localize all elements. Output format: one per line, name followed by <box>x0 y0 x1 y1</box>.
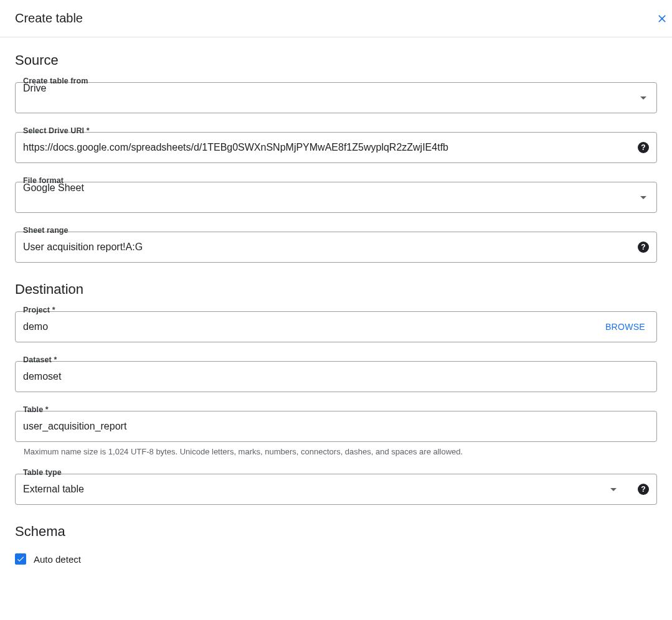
help-icon[interactable]: ? <box>638 142 649 153</box>
sheet-range-box: ? <box>15 232 657 263</box>
dataset-box <box>15 361 657 392</box>
help-icon[interactable]: ? <box>638 484 649 495</box>
table-field: Table * <box>15 411 657 442</box>
drive-uri-input[interactable] <box>23 133 632 162</box>
help-icon[interactable]: ? <box>638 242 649 253</box>
section-title-destination: Destination <box>15 281 657 298</box>
sheet-range-field: Sheet range ? <box>15 232 657 263</box>
table-hint: Maximum name size is 1,024 UTF-8 bytes. … <box>24 447 657 456</box>
project-input[interactable] <box>23 312 599 342</box>
dialog-title: Create table <box>15 11 83 26</box>
drive-uri-field: Select Drive URI * ? <box>15 132 657 163</box>
create-table-from-select[interactable]: Drive <box>15 82 657 113</box>
auto-detect-label: Auto detect <box>34 554 81 565</box>
table-box <box>15 411 657 442</box>
table-type-select[interactable]: External table <box>23 474 604 504</box>
project-field: Project * BROWSE <box>15 311 657 342</box>
section-title-source: Source <box>15 52 657 68</box>
section-title-schema: Schema <box>15 524 657 540</box>
project-box: BROWSE <box>15 311 657 342</box>
table-input[interactable] <box>23 411 649 441</box>
chevron-down-icon <box>610 488 617 491</box>
file-format-select[interactable]: Google Sheet <box>15 182 657 213</box>
chevron-down-icon <box>640 196 646 199</box>
sheet-range-input[interactable] <box>23 232 632 262</box>
browse-button[interactable]: BROWSE <box>605 322 649 332</box>
chevron-down-icon <box>640 96 646 100</box>
dataset-input[interactable] <box>23 362 649 392</box>
dialog-header: Create table <box>0 0 672 37</box>
create-table-from-value: Drive <box>23 83 634 113</box>
dialog-content: Source Create table from Drive Select Dr… <box>0 37 672 571</box>
close-icon[interactable] <box>656 12 668 25</box>
table-type-field: Table type External table ? <box>15 474 657 505</box>
dataset-field: Dataset * <box>15 361 657 392</box>
auto-detect-row: Auto detect <box>15 553 657 565</box>
file-format-field: File format Google Sheet <box>15 182 657 213</box>
file-format-value: Google Sheet <box>23 182 634 212</box>
create-table-from-field: Create table from Drive <box>15 82 657 113</box>
table-type-box: External table ? <box>15 474 657 505</box>
auto-detect-checkbox[interactable] <box>15 553 26 565</box>
drive-uri-box: ? <box>15 132 657 163</box>
